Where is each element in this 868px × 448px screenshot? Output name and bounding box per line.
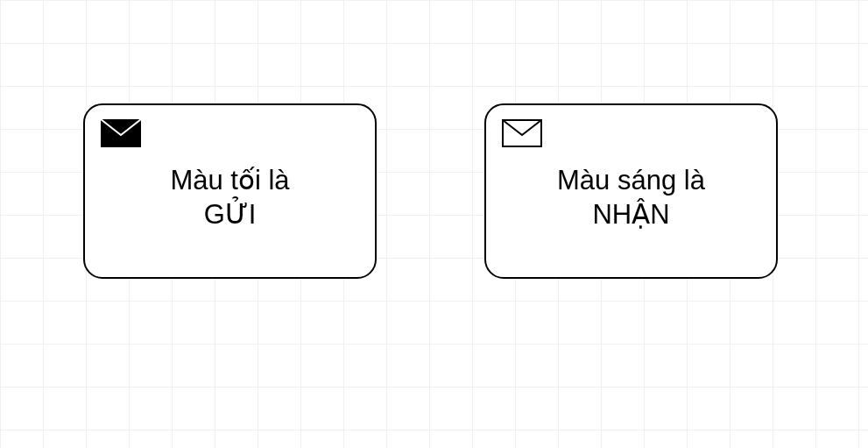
bpmn-send-task[interactable]: Màu tối là GỬI [83, 103, 377, 279]
bpmn-receive-task[interactable]: Màu sáng là NHẬN [484, 103, 778, 279]
envelope-outline-icon [502, 119, 542, 151]
envelope-filled-icon [101, 119, 141, 151]
receive-task-label: Màu sáng là NHẬN [486, 164, 776, 232]
send-task-label: Màu tối là GỬI [85, 164, 375, 232]
